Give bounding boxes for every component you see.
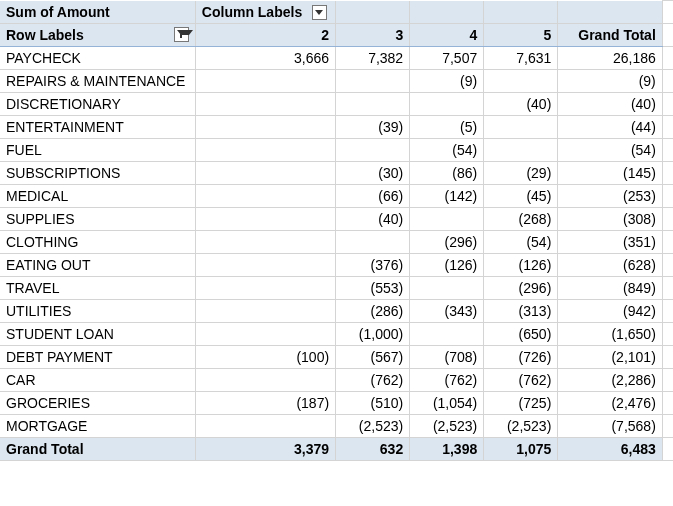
- data-cell[interactable]: (553): [336, 277, 410, 300]
- row-total[interactable]: (44): [558, 116, 663, 139]
- col-header-3[interactable]: 3: [336, 24, 410, 47]
- data-cell[interactable]: 3,666: [195, 47, 335, 70]
- data-cell[interactable]: [410, 208, 484, 231]
- row-label[interactable]: CAR: [0, 369, 195, 392]
- row-total[interactable]: (2,286): [558, 369, 663, 392]
- data-cell[interactable]: (2,523): [484, 415, 558, 438]
- data-cell[interactable]: (2,523): [336, 415, 410, 438]
- data-cell[interactable]: (30): [336, 162, 410, 185]
- data-cell[interactable]: 7,631: [484, 47, 558, 70]
- data-cell[interactable]: (142): [410, 185, 484, 208]
- row-label[interactable]: MEDICAL: [0, 185, 195, 208]
- data-cell[interactable]: (1,054): [410, 392, 484, 415]
- row-total[interactable]: 26,186: [558, 47, 663, 70]
- row-total[interactable]: (2,101): [558, 346, 663, 369]
- data-cell[interactable]: (1,000): [336, 323, 410, 346]
- row-label[interactable]: SUBSCRIPTIONS: [0, 162, 195, 185]
- row-label[interactable]: MORTGAGE: [0, 415, 195, 438]
- column-labels-dropdown-icon[interactable]: [312, 5, 327, 20]
- grand-total-label[interactable]: Grand Total: [0, 438, 195, 461]
- data-cell[interactable]: (762): [410, 369, 484, 392]
- data-cell[interactable]: [195, 93, 335, 116]
- data-cell[interactable]: [195, 300, 335, 323]
- data-cell[interactable]: (567): [336, 346, 410, 369]
- row-labels-filter-icon[interactable]: [174, 27, 189, 42]
- data-cell[interactable]: [195, 208, 335, 231]
- data-cell[interactable]: [410, 93, 484, 116]
- row-label[interactable]: STUDENT LOAN: [0, 323, 195, 346]
- data-cell[interactable]: [195, 70, 335, 93]
- row-total[interactable]: (628): [558, 254, 663, 277]
- data-cell[interactable]: [195, 139, 335, 162]
- data-cell[interactable]: (510): [336, 392, 410, 415]
- data-cell[interactable]: [336, 139, 410, 162]
- data-cell[interactable]: [195, 185, 335, 208]
- row-label[interactable]: FUEL: [0, 139, 195, 162]
- data-cell[interactable]: [195, 162, 335, 185]
- data-cell[interactable]: (9): [410, 70, 484, 93]
- row-label[interactable]: TRAVEL: [0, 277, 195, 300]
- data-cell[interactable]: (29): [484, 162, 558, 185]
- row-total[interactable]: (9): [558, 70, 663, 93]
- grand-total-cell[interactable]: 632: [336, 438, 410, 461]
- data-cell[interactable]: (343): [410, 300, 484, 323]
- data-cell[interactable]: (39): [336, 116, 410, 139]
- data-cell[interactable]: [195, 415, 335, 438]
- data-cell[interactable]: (86): [410, 162, 484, 185]
- row-label[interactable]: DEBT PAYMENT: [0, 346, 195, 369]
- data-cell[interactable]: (5): [410, 116, 484, 139]
- row-total[interactable]: (1,650): [558, 323, 663, 346]
- data-cell[interactable]: (650): [484, 323, 558, 346]
- data-cell[interactable]: (54): [410, 139, 484, 162]
- data-cell[interactable]: (376): [336, 254, 410, 277]
- row-total[interactable]: (351): [558, 231, 663, 254]
- data-cell[interactable]: (54): [484, 231, 558, 254]
- row-total[interactable]: (942): [558, 300, 663, 323]
- data-cell[interactable]: (762): [484, 369, 558, 392]
- data-cell[interactable]: (40): [336, 208, 410, 231]
- data-cell[interactable]: (726): [484, 346, 558, 369]
- data-cell[interactable]: [336, 70, 410, 93]
- data-cell[interactable]: (126): [484, 254, 558, 277]
- row-total[interactable]: (40): [558, 93, 663, 116]
- row-total[interactable]: (308): [558, 208, 663, 231]
- row-label[interactable]: CLOTHING: [0, 231, 195, 254]
- data-cell[interactable]: (725): [484, 392, 558, 415]
- data-cell[interactable]: [195, 323, 335, 346]
- row-total[interactable]: (253): [558, 185, 663, 208]
- grand-total-cell[interactable]: 1,075: [484, 438, 558, 461]
- grand-total-cell[interactable]: 1,398: [410, 438, 484, 461]
- grand-total-cell[interactable]: 3,379: [195, 438, 335, 461]
- row-total[interactable]: (145): [558, 162, 663, 185]
- row-label[interactable]: SUPPLIES: [0, 208, 195, 231]
- data-cell[interactable]: 7,507: [410, 47, 484, 70]
- data-cell[interactable]: (187): [195, 392, 335, 415]
- data-cell[interactable]: [410, 323, 484, 346]
- row-total[interactable]: (2,476): [558, 392, 663, 415]
- row-label[interactable]: PAYCHECK: [0, 47, 195, 70]
- grand-total-total[interactable]: 6,483: [558, 438, 663, 461]
- data-cell[interactable]: (762): [336, 369, 410, 392]
- row-label[interactable]: GROCERIES: [0, 392, 195, 415]
- data-cell[interactable]: [484, 139, 558, 162]
- row-total[interactable]: (7,568): [558, 415, 663, 438]
- data-cell[interactable]: [195, 369, 335, 392]
- data-cell[interactable]: (40): [484, 93, 558, 116]
- data-cell[interactable]: (126): [410, 254, 484, 277]
- data-cell[interactable]: (66): [336, 185, 410, 208]
- col-header-5[interactable]: 5: [484, 24, 558, 47]
- data-cell[interactable]: (286): [336, 300, 410, 323]
- data-cell[interactable]: [195, 116, 335, 139]
- data-cell[interactable]: [484, 70, 558, 93]
- data-cell[interactable]: [195, 254, 335, 277]
- data-cell[interactable]: (45): [484, 185, 558, 208]
- data-cell[interactable]: [195, 277, 335, 300]
- data-cell[interactable]: (296): [410, 231, 484, 254]
- row-label[interactable]: ENTERTAINMENT: [0, 116, 195, 139]
- row-label[interactable]: REPAIRS & MAINTENANCE: [0, 70, 195, 93]
- data-cell[interactable]: (708): [410, 346, 484, 369]
- data-cell[interactable]: (2,523): [410, 415, 484, 438]
- data-cell[interactable]: (268): [484, 208, 558, 231]
- row-label[interactable]: DISCRETIONARY: [0, 93, 195, 116]
- data-cell[interactable]: [336, 231, 410, 254]
